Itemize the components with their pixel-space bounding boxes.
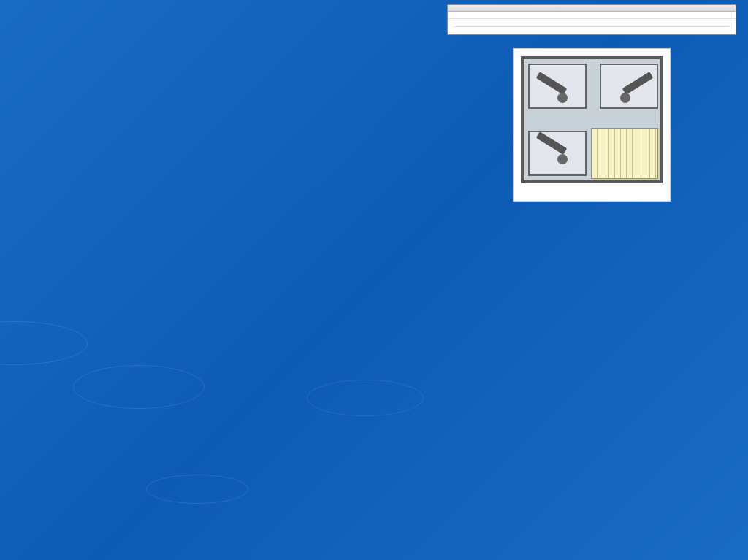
- template-thumbnail-card[interactable]: [513, 48, 671, 202]
- floorplan-thumbnail: [521, 56, 663, 183]
- panel-title: [448, 5, 736, 12]
- template-categories-panel: [447, 4, 736, 35]
